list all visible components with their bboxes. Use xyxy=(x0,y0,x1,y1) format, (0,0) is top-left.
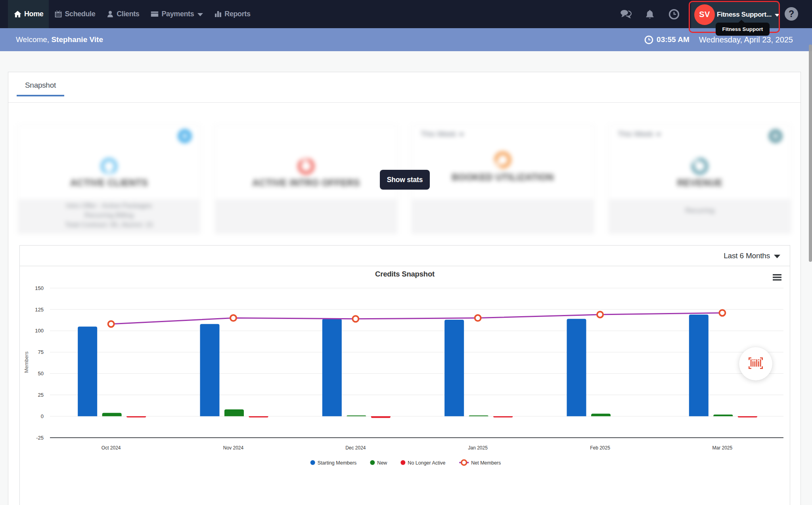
nav-item-reports[interactable]: Reports xyxy=(209,0,256,28)
svg-text:50: 50 xyxy=(38,371,44,376)
chart-panel-header: Last 6 Months xyxy=(20,246,790,266)
nav-item-label: Clients xyxy=(117,10,139,18)
stat-card-revenue: This WeekREVENUERecurring xyxy=(609,125,791,234)
legend-item: Net Members xyxy=(459,460,501,466)
gear-icon[interactable] xyxy=(178,129,192,145)
current-time: 03:55 AM xyxy=(657,35,689,44)
stat-card-title: BOOKED UTILIZATION xyxy=(412,172,594,183)
stat-card-footer xyxy=(412,199,594,233)
svg-text:Dec 2024: Dec 2024 xyxy=(345,445,366,451)
period-dropdown[interactable]: This Week xyxy=(421,130,464,138)
svg-text:-25: -25 xyxy=(36,435,44,441)
stat-card-booked-utilization: This WeekBOOKED UTILIZATION xyxy=(412,125,594,234)
stat-card-footer: Intro Offer - Active PackagesRecurring B… xyxy=(18,199,200,233)
home-icon xyxy=(13,10,22,18)
series-new xyxy=(102,409,733,416)
legend-item: New xyxy=(370,460,387,466)
svg-text:Nov 2024: Nov 2024 xyxy=(223,445,244,451)
tab-snapshot[interactable]: Snapshot xyxy=(17,77,64,94)
loading-spinner xyxy=(297,157,315,177)
svg-text:No Longer Active: No Longer Active xyxy=(408,460,445,466)
stat-card-title: ACTIVE INTRO OFFERS xyxy=(215,178,397,188)
chevron-down-icon xyxy=(197,13,203,16)
svg-text:125: 125 xyxy=(35,307,44,313)
nav-item-home[interactable]: Home xyxy=(8,0,49,28)
svg-text:25: 25 xyxy=(38,392,44,398)
clock-icon[interactable] xyxy=(668,0,680,28)
chevron-down-icon xyxy=(459,133,464,136)
hamburger-icon xyxy=(773,274,781,280)
svg-text:Mar 2025: Mar 2025 xyxy=(712,445,732,451)
nav-item-label: Payments xyxy=(161,10,194,18)
stat-card-title: ACTIVE CLIENTS xyxy=(18,178,200,188)
svg-text:New: New xyxy=(377,460,387,466)
calendar-icon xyxy=(54,10,62,18)
tooltip-arrow-icon xyxy=(738,20,745,23)
bar-chart-icon xyxy=(214,10,222,18)
chart-title: Credits Snapshot xyxy=(375,270,435,278)
person-icon xyxy=(106,10,114,18)
loading-spinner xyxy=(691,157,709,177)
svg-text:Feb 2025: Feb 2025 xyxy=(590,445,610,451)
stat-card-active-clients: ACTIVE CLIENTSIntro Offer - Active Packa… xyxy=(18,125,200,234)
nav-item-clients[interactable]: Clients xyxy=(101,0,145,28)
chart-panel: Last 6 Months Credits Snapshot-250255075… xyxy=(19,245,790,505)
credits-snapshot-chart: Credits Snapshot-250255075100125150Membe… xyxy=(20,266,790,505)
range-label: Last 6 Months xyxy=(724,252,770,260)
welcome-greeting: Welcome, xyxy=(16,35,49,44)
stat-card-footer: Recurring xyxy=(609,199,791,233)
svg-text:75: 75 xyxy=(38,349,44,355)
tab-active-underline xyxy=(17,95,64,96)
legend-item: No Longer Active xyxy=(400,460,445,466)
tab-label: Snapshot xyxy=(25,81,56,90)
nav-item-label: Schedule xyxy=(65,10,95,18)
show-stats-button[interactable]: Show stats xyxy=(380,170,430,190)
svg-text:Oct 2024: Oct 2024 xyxy=(102,445,121,451)
svg-text:100: 100 xyxy=(35,328,44,334)
nav-item-label: Home xyxy=(24,10,43,18)
clock-icon xyxy=(644,35,653,44)
chevron-down-icon xyxy=(774,255,780,258)
nav-item-payments[interactable]: Payments xyxy=(145,0,209,28)
barcode-scan-icon xyxy=(749,357,763,371)
help-icon[interactable]: ? xyxy=(785,7,798,21)
stat-card-footer xyxy=(215,199,397,233)
nav-item-schedule[interactable]: Schedule xyxy=(49,0,101,28)
nav-item-label: Reports xyxy=(224,10,250,18)
svg-text:Members: Members xyxy=(23,351,29,373)
tab-bar: Snapshot xyxy=(8,72,801,103)
period-dropdown[interactable]: This Week xyxy=(618,130,661,138)
gear-icon[interactable] xyxy=(768,129,783,145)
bell-icon[interactable] xyxy=(645,0,655,28)
top-navbar: Home Schedule Clients Payments xyxy=(0,0,812,28)
current-date: Wednesday, April 23, 2025 xyxy=(699,35,793,44)
svg-text:Starting Members: Starting Members xyxy=(318,460,357,466)
series-no-longer-active xyxy=(126,416,757,418)
chevron-down-icon xyxy=(775,14,779,17)
stat-card-title: REVENUE xyxy=(609,178,791,188)
svg-text:0: 0 xyxy=(41,413,44,419)
user-tooltip: Fitness Support xyxy=(716,23,770,36)
series-starting-members xyxy=(78,315,709,416)
scrollbar-thumb[interactable] xyxy=(809,44,812,262)
chat-icon[interactable] xyxy=(620,0,632,28)
credit-card-icon xyxy=(150,10,159,18)
loading-spinner xyxy=(100,157,118,177)
tooltip-text: Fitness Support xyxy=(722,26,763,32)
snapshot-card: Snapshot ACTIVE CLIENTSIntro Offer - Act… xyxy=(8,72,801,505)
welcome-bar: Welcome, Stephanie Vite 03:55 AM Wednesd… xyxy=(0,28,812,51)
range-dropdown[interactable]: Last 6 Months xyxy=(724,246,780,266)
svg-text:150: 150 xyxy=(35,285,44,291)
svg-text:Net Members: Net Members xyxy=(471,460,501,466)
welcome-name: Stephanie Vite xyxy=(51,35,103,44)
svg-text:Jan 2025: Jan 2025 xyxy=(468,445,488,451)
chevron-down-icon xyxy=(656,133,661,136)
loading-spinner xyxy=(494,151,512,171)
stat-card-active-intro-offers: ACTIVE INTRO OFFERS xyxy=(215,125,397,234)
scan-widget-button[interactable] xyxy=(739,347,772,380)
primary-nav: Home Schedule Clients Payments xyxy=(8,0,256,28)
user-display-name: Fitness Support... xyxy=(717,11,772,19)
avatar: SV xyxy=(694,4,715,25)
legend-item: Starting Members xyxy=(310,460,357,466)
welcome-message: Welcome, Stephanie Vite xyxy=(16,28,103,51)
